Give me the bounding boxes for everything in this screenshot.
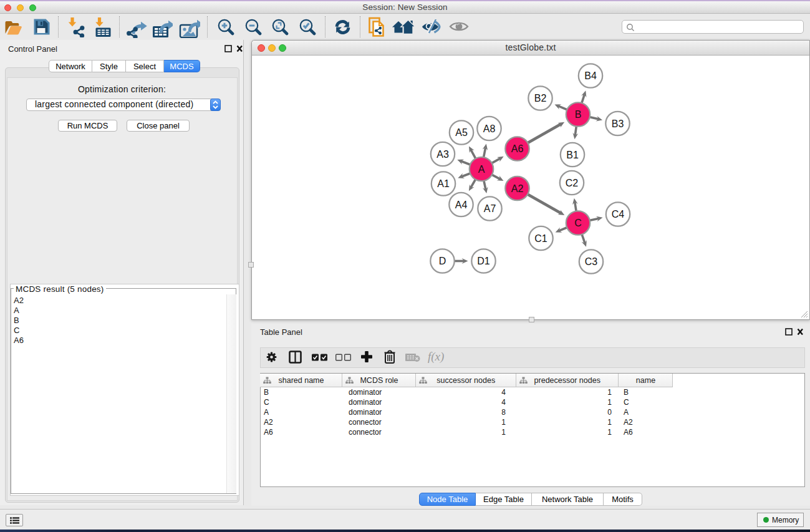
svg-text:A6: A6 <box>511 143 524 154</box>
svg-text:C: C <box>574 218 582 228</box>
svg-text:A1: A1 <box>437 178 450 189</box>
svg-text:A2: A2 <box>511 183 524 194</box>
svg-text:A8: A8 <box>483 123 496 134</box>
svg-text:D1: D1 <box>477 256 490 266</box>
svg-text:C2: C2 <box>566 178 579 188</box>
svg-text:B1: B1 <box>566 150 579 160</box>
svg-text:A: A <box>478 164 485 175</box>
svg-text:A5: A5 <box>455 127 468 138</box>
svg-text:C3: C3 <box>585 256 598 267</box>
svg-text:C4: C4 <box>612 209 625 220</box>
svg-text:C1: C1 <box>534 233 547 244</box>
svg-text:A3: A3 <box>436 149 449 160</box>
svg-text:A4: A4 <box>455 200 468 210</box>
svg-text:B2: B2 <box>534 93 547 104</box>
svg-text:B: B <box>575 109 582 120</box>
svg-text:D: D <box>439 256 446 266</box>
svg-text:B3: B3 <box>612 118 624 129</box>
svg-text:B4: B4 <box>584 70 597 81</box>
svg-text:A7: A7 <box>484 203 496 214</box>
